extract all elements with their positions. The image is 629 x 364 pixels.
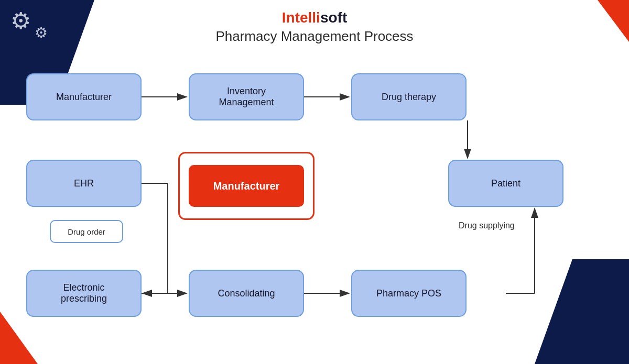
- brand-logo: Intellisoft: [0, 9, 629, 26]
- brand-soft: soft: [320, 9, 347, 26]
- box-electronic-prescribing: Electronic prescribing: [26, 270, 142, 317]
- box-manufacturer-center: Manufacturer: [189, 165, 304, 207]
- box-patient: Patient: [448, 160, 563, 207]
- brand-intelli: Intelli: [282, 9, 320, 26]
- box-ehr: EHR: [26, 160, 142, 207]
- label-drug-supplying: Drug supplying: [459, 221, 515, 230]
- box-pharmacy-pos: Pharmacy POS: [351, 270, 467, 317]
- page-title: Pharmacy Management Process: [0, 28, 629, 45]
- box-inventory-management: Inventory Management: [189, 73, 304, 120]
- diagram-container: Manufacturer Inventory Management Drug t…: [0, 58, 629, 364]
- label-drug-order: Drug order: [50, 220, 123, 243]
- header: Intellisoft Pharmacy Management Process: [0, 9, 629, 45]
- box-manufacturer-center-outline: Manufacturer: [178, 152, 314, 220]
- box-manufacturer-top: Manufacturer: [26, 73, 142, 120]
- box-consolidating: Consolidating: [189, 270, 304, 317]
- box-drug-therapy: Drug therapy: [351, 73, 467, 120]
